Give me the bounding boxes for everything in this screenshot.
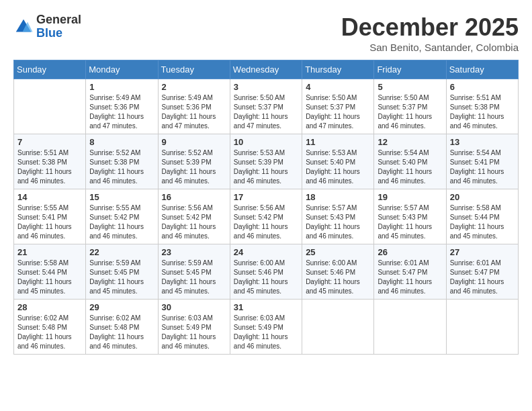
calendar-cell: 11Sunrise: 5:53 AM Sunset: 5:40 PM Dayli… (302, 134, 374, 189)
day-number: 20 (450, 192, 515, 202)
day-number: 10 (234, 137, 298, 147)
calendar-cell: 22Sunrise: 5:59 AM Sunset: 5:45 PM Dayli… (86, 244, 158, 300)
calendar-cell: 30Sunrise: 6:03 AM Sunset: 5:49 PM Dayli… (158, 300, 230, 355)
calendar-week-row: 7Sunrise: 5:51 AM Sunset: 5:38 PM Daylig… (14, 134, 519, 189)
day-info: Sunrise: 5:54 AM Sunset: 5:40 PM Dayligh… (378, 148, 442, 186)
day-number: 25 (306, 247, 370, 257)
logo-blue-text: Blue (36, 26, 62, 40)
logo: General Blue (13, 13, 81, 40)
weekday-header-row: SundayMondayTuesdayWednesdayThursdayFrid… (14, 60, 519, 79)
calendar-cell: 2Sunrise: 5:49 AM Sunset: 5:36 PM Daylig… (158, 79, 230, 134)
calendar-cell: 13Sunrise: 5:54 AM Sunset: 5:41 PM Dayli… (446, 134, 518, 189)
day-number: 1 (89, 82, 154, 92)
calendar-cell: 25Sunrise: 6:00 AM Sunset: 5:46 PM Dayli… (302, 244, 374, 300)
day-number: 5 (378, 82, 442, 92)
calendar-cell: 28Sunrise: 6:02 AM Sunset: 5:48 PM Dayli… (14, 300, 86, 355)
day-number: 19 (378, 192, 442, 202)
day-info: Sunrise: 5:55 AM Sunset: 5:41 PM Dayligh… (17, 203, 82, 241)
calendar-week-row: 28Sunrise: 6:02 AM Sunset: 5:48 PM Dayli… (14, 300, 519, 355)
location-subtitle: San Benito, Santander, Colombia (341, 42, 519, 53)
calendar-cell: 15Sunrise: 5:55 AM Sunset: 5:42 PM Dayli… (86, 189, 158, 244)
calendar-cell: 31Sunrise: 6:03 AM Sunset: 5:49 PM Dayli… (230, 300, 302, 355)
day-number: 13 (450, 137, 515, 147)
calendar-cell: 1Sunrise: 5:49 AM Sunset: 5:36 PM Daylig… (86, 79, 158, 134)
calendar-cell: 10Sunrise: 5:53 AM Sunset: 5:39 PM Dayli… (230, 134, 302, 189)
day-number: 29 (89, 302, 154, 312)
calendar-cell: 14Sunrise: 5:55 AM Sunset: 5:41 PM Dayli… (14, 189, 86, 244)
calendar-cell: 7Sunrise: 5:51 AM Sunset: 5:38 PM Daylig… (14, 134, 86, 189)
day-number: 22 (89, 247, 154, 257)
day-info: Sunrise: 6:01 AM Sunset: 5:47 PM Dayligh… (378, 259, 442, 296)
day-number: 8 (89, 137, 154, 147)
day-info: Sunrise: 5:50 AM Sunset: 5:37 PM Dayligh… (234, 93, 298, 131)
day-number: 24 (234, 247, 298, 257)
day-info: Sunrise: 5:59 AM Sunset: 5:45 PM Dayligh… (89, 259, 154, 296)
calendar-cell (374, 300, 446, 355)
calendar-cell: 19Sunrise: 5:57 AM Sunset: 5:43 PM Dayli… (374, 189, 446, 244)
day-info: Sunrise: 5:56 AM Sunset: 5:42 PM Dayligh… (162, 203, 226, 241)
day-info: Sunrise: 6:03 AM Sunset: 5:49 PM Dayligh… (234, 314, 298, 351)
day-number: 31 (234, 302, 298, 312)
calendar-table: SundayMondayTuesdayWednesdayThursdayFrid… (13, 60, 519, 355)
day-info: Sunrise: 5:49 AM Sunset: 5:36 PM Dayligh… (89, 93, 154, 131)
calendar-cell: 23Sunrise: 5:59 AM Sunset: 5:45 PM Dayli… (158, 244, 230, 300)
day-info: Sunrise: 6:02 AM Sunset: 5:48 PM Dayligh… (89, 314, 154, 351)
day-info: Sunrise: 5:51 AM Sunset: 5:38 PM Dayligh… (17, 148, 82, 186)
day-info: Sunrise: 5:52 AM Sunset: 5:39 PM Dayligh… (162, 148, 226, 186)
day-number: 11 (306, 137, 370, 147)
day-number: 9 (162, 137, 226, 147)
day-number: 12 (378, 137, 442, 147)
logo-icon (13, 17, 34, 37)
day-number: 16 (162, 192, 226, 202)
day-info: Sunrise: 5:55 AM Sunset: 5:42 PM Dayligh… (89, 203, 154, 241)
day-number: 7 (17, 137, 82, 147)
day-info: Sunrise: 5:50 AM Sunset: 5:37 PM Dayligh… (378, 93, 442, 131)
day-number: 28 (17, 302, 82, 312)
calendar-cell: 21Sunrise: 5:58 AM Sunset: 5:44 PM Dayli… (14, 244, 86, 300)
day-number: 3 (234, 82, 298, 92)
day-info: Sunrise: 5:53 AM Sunset: 5:39 PM Dayligh… (234, 148, 298, 186)
calendar-cell: 29Sunrise: 6:02 AM Sunset: 5:48 PM Dayli… (86, 300, 158, 355)
day-info: Sunrise: 5:59 AM Sunset: 5:45 PM Dayligh… (162, 259, 226, 296)
day-number: 14 (17, 192, 82, 202)
calendar-cell: 20Sunrise: 5:58 AM Sunset: 5:44 PM Dayli… (446, 189, 518, 244)
calendar-cell: 3Sunrise: 5:50 AM Sunset: 5:37 PM Daylig… (230, 79, 302, 134)
calendar-cell: 4Sunrise: 5:50 AM Sunset: 5:37 PM Daylig… (302, 79, 374, 134)
calendar-cell: 6Sunrise: 5:51 AM Sunset: 5:38 PM Daylig… (446, 79, 518, 134)
calendar-week-row: 1Sunrise: 5:49 AM Sunset: 5:36 PM Daylig… (14, 79, 519, 134)
day-info: Sunrise: 5:51 AM Sunset: 5:38 PM Dayligh… (450, 93, 515, 131)
day-info: Sunrise: 5:58 AM Sunset: 5:44 PM Dayligh… (17, 259, 82, 296)
day-info: Sunrise: 5:50 AM Sunset: 5:37 PM Dayligh… (306, 93, 370, 131)
calendar-cell: 16Sunrise: 5:56 AM Sunset: 5:42 PM Dayli… (158, 189, 230, 244)
day-number: 30 (162, 302, 226, 312)
day-number: 17 (234, 192, 298, 202)
day-info: Sunrise: 5:49 AM Sunset: 5:36 PM Dayligh… (162, 93, 226, 131)
calendar-cell: 24Sunrise: 6:00 AM Sunset: 5:46 PM Dayli… (230, 244, 302, 300)
day-number: 6 (450, 82, 515, 92)
day-number: 4 (306, 82, 370, 92)
day-number: 26 (378, 247, 442, 257)
day-number: 27 (450, 247, 515, 257)
title-area: December 2025 San Benito, Santander, Col… (341, 13, 519, 53)
day-number: 2 (162, 82, 226, 92)
calendar-cell: 18Sunrise: 5:57 AM Sunset: 5:43 PM Dayli… (302, 189, 374, 244)
day-info: Sunrise: 5:53 AM Sunset: 5:40 PM Dayligh… (306, 148, 370, 186)
page-header: General Blue December 2025 San Benito, S… (13, 13, 519, 53)
calendar-cell: 17Sunrise: 5:56 AM Sunset: 5:42 PM Dayli… (230, 189, 302, 244)
month-title: December 2025 (341, 13, 519, 42)
day-info: Sunrise: 6:00 AM Sunset: 5:46 PM Dayligh… (306, 259, 370, 296)
day-info: Sunrise: 5:58 AM Sunset: 5:44 PM Dayligh… (450, 203, 515, 241)
weekday-header-friday: Friday (374, 60, 446, 79)
weekday-header-tuesday: Tuesday (158, 60, 230, 79)
calendar-cell: 5Sunrise: 5:50 AM Sunset: 5:37 PM Daylig… (374, 79, 446, 134)
calendar-cell: 8Sunrise: 5:52 AM Sunset: 5:38 PM Daylig… (86, 134, 158, 189)
calendar-cell: 9Sunrise: 5:52 AM Sunset: 5:39 PM Daylig… (158, 134, 230, 189)
logo-general-text: General (36, 13, 81, 26)
calendar-cell (14, 79, 86, 134)
day-info: Sunrise: 6:03 AM Sunset: 5:49 PM Dayligh… (162, 314, 226, 351)
calendar-cell: 26Sunrise: 6:01 AM Sunset: 5:47 PM Dayli… (374, 244, 446, 300)
day-number: 18 (306, 192, 370, 202)
weekday-header-thursday: Thursday (302, 60, 374, 79)
weekday-header-wednesday: Wednesday (230, 60, 302, 79)
calendar-cell (302, 300, 374, 355)
